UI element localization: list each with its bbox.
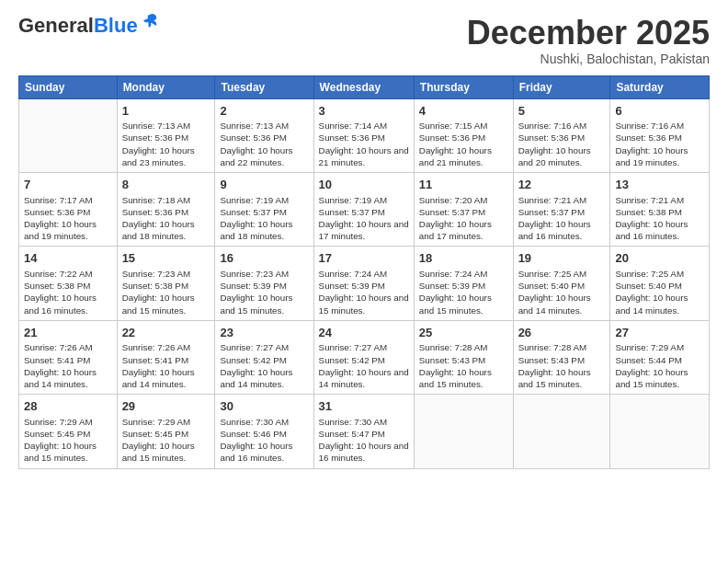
calendar-cell: 27Sunrise: 7:29 AM Sunset: 5:44 PM Dayli… <box>610 320 710 394</box>
day-info: Sunrise: 7:16 AM Sunset: 5:36 PM Dayligh… <box>518 120 606 168</box>
day-number: 8 <box>122 177 210 193</box>
day-info: Sunrise: 7:26 AM Sunset: 5:41 PM Dayligh… <box>24 341 112 390</box>
day-number: 12 <box>518 177 606 193</box>
calendar-cell: 13Sunrise: 7:21 AM Sunset: 5:38 PM Dayli… <box>610 173 710 247</box>
calendar-cell: 10Sunrise: 7:19 AM Sunset: 5:37 PM Dayli… <box>313 173 414 247</box>
calendar-table: Sunday Monday Tuesday Wednesday Thursday… <box>18 75 710 469</box>
day-info: Sunrise: 7:24 AM Sunset: 5:39 PM Dayligh… <box>419 268 508 316</box>
col-thursday: Thursday <box>414 75 513 98</box>
calendar-cell: 22Sunrise: 7:26 AM Sunset: 5:41 PM Dayli… <box>117 320 215 394</box>
calendar-header-row: Sunday Monday Tuesday Wednesday Thursday… <box>19 75 710 98</box>
calendar-cell: 28Sunrise: 7:29 AM Sunset: 5:45 PM Dayli… <box>19 395 118 468</box>
calendar-cell: 12Sunrise: 7:21 AM Sunset: 5:37 PM Dayli… <box>513 173 610 247</box>
day-number: 14 <box>24 250 112 267</box>
day-number: 19 <box>518 250 606 267</box>
day-number: 20 <box>615 250 704 267</box>
day-info: Sunrise: 7:16 AM Sunset: 5:36 PM Dayligh… <box>615 120 704 168</box>
col-friday: Friday <box>513 75 610 98</box>
day-number: 3 <box>319 103 409 120</box>
day-info: Sunrise: 7:14 AM Sunset: 5:36 PM Dayligh… <box>319 120 409 168</box>
calendar-cell: 18Sunrise: 7:24 AM Sunset: 5:39 PM Dayli… <box>414 247 513 320</box>
day-number: 21 <box>24 325 112 341</box>
logo-bird-icon <box>140 12 160 32</box>
calendar-cell: 9Sunrise: 7:19 AM Sunset: 5:37 PM Daylig… <box>215 173 313 247</box>
col-saturday: Saturday <box>610 75 710 98</box>
logo-general: GeneralBlue <box>18 15 138 37</box>
day-number: 13 <box>615 177 704 193</box>
day-number: 29 <box>122 398 210 415</box>
calendar-cell: 2Sunrise: 7:13 AM Sunset: 5:36 PM Daylig… <box>215 98 313 172</box>
calendar-cell: 7Sunrise: 7:17 AM Sunset: 5:36 PM Daylig… <box>19 173 118 247</box>
day-info: Sunrise: 7:22 AM Sunset: 5:38 PM Dayligh… <box>24 268 112 316</box>
day-number: 31 <box>319 398 409 415</box>
calendar-cell <box>19 98 118 172</box>
day-number: 9 <box>220 177 308 193</box>
calendar-row-2: 14Sunrise: 7:22 AM Sunset: 5:38 PM Dayli… <box>19 247 710 320</box>
day-info: Sunrise: 7:30 AM Sunset: 5:47 PM Dayligh… <box>319 416 409 465</box>
day-info: Sunrise: 7:13 AM Sunset: 5:36 PM Dayligh… <box>220 120 308 168</box>
day-number: 22 <box>122 325 210 341</box>
day-info: Sunrise: 7:15 AM Sunset: 5:36 PM Dayligh… <box>419 120 508 168</box>
day-info: Sunrise: 7:30 AM Sunset: 5:46 PM Dayligh… <box>220 416 308 465</box>
day-number: 15 <box>122 250 210 267</box>
calendar-row-0: 1Sunrise: 7:13 AM Sunset: 5:36 PM Daylig… <box>19 98 710 172</box>
col-sunday: Sunday <box>19 75 118 98</box>
day-info: Sunrise: 7:23 AM Sunset: 5:39 PM Dayligh… <box>220 268 308 316</box>
day-number: 2 <box>220 103 308 120</box>
day-info: Sunrise: 7:21 AM Sunset: 5:37 PM Dayligh… <box>518 194 606 243</box>
day-number: 5 <box>518 103 606 120</box>
calendar-cell: 14Sunrise: 7:22 AM Sunset: 5:38 PM Dayli… <box>19 247 118 320</box>
col-wednesday: Wednesday <box>313 75 414 98</box>
calendar-row-3: 21Sunrise: 7:26 AM Sunset: 5:41 PM Dayli… <box>19 320 710 394</box>
day-info: Sunrise: 7:25 AM Sunset: 5:40 PM Dayligh… <box>615 268 704 316</box>
day-info: Sunrise: 7:21 AM Sunset: 5:38 PM Dayligh… <box>615 194 704 243</box>
day-number: 4 <box>419 103 508 120</box>
day-info: Sunrise: 7:17 AM Sunset: 5:36 PM Dayligh… <box>24 194 112 243</box>
logo-general-text: General <box>18 14 94 37</box>
day-number: 16 <box>220 250 308 267</box>
day-info: Sunrise: 7:19 AM Sunset: 5:37 PM Dayligh… <box>220 194 308 243</box>
day-info: Sunrise: 7:28 AM Sunset: 5:43 PM Dayligh… <box>518 341 606 390</box>
day-info: Sunrise: 7:23 AM Sunset: 5:38 PM Dayligh… <box>122 268 210 316</box>
calendar-cell: 3Sunrise: 7:14 AM Sunset: 5:36 PM Daylig… <box>313 98 414 172</box>
calendar-cell: 11Sunrise: 7:20 AM Sunset: 5:37 PM Dayli… <box>414 173 513 247</box>
day-info: Sunrise: 7:13 AM Sunset: 5:36 PM Dayligh… <box>122 120 210 168</box>
logo: GeneralBlue <box>18 15 160 37</box>
day-number: 26 <box>518 325 606 341</box>
day-info: Sunrise: 7:29 AM Sunset: 5:45 PM Dayligh… <box>122 416 210 465</box>
day-info: Sunrise: 7:25 AM Sunset: 5:40 PM Dayligh… <box>518 268 606 316</box>
day-info: Sunrise: 7:29 AM Sunset: 5:45 PM Dayligh… <box>24 416 112 465</box>
day-number: 25 <box>419 325 508 341</box>
calendar-cell: 29Sunrise: 7:29 AM Sunset: 5:45 PM Dayli… <box>117 395 215 468</box>
calendar-cell: 6Sunrise: 7:16 AM Sunset: 5:36 PM Daylig… <box>610 98 710 172</box>
calendar-cell: 1Sunrise: 7:13 AM Sunset: 5:36 PM Daylig… <box>117 98 215 172</box>
calendar-cell: 26Sunrise: 7:28 AM Sunset: 5:43 PM Dayli… <box>513 320 610 394</box>
day-number: 27 <box>615 325 704 341</box>
calendar-cell <box>414 395 513 468</box>
calendar-cell: 16Sunrise: 7:23 AM Sunset: 5:39 PM Dayli… <box>215 247 313 320</box>
day-info: Sunrise: 7:28 AM Sunset: 5:43 PM Dayligh… <box>419 341 508 390</box>
calendar-cell: 23Sunrise: 7:27 AM Sunset: 5:42 PM Dayli… <box>215 320 313 394</box>
calendar-cell: 15Sunrise: 7:23 AM Sunset: 5:38 PM Dayli… <box>117 247 215 320</box>
calendar-cell: 4Sunrise: 7:15 AM Sunset: 5:36 PM Daylig… <box>414 98 513 172</box>
calendar-cell: 19Sunrise: 7:25 AM Sunset: 5:40 PM Dayli… <box>513 247 610 320</box>
day-number: 24 <box>319 325 409 341</box>
day-number: 30 <box>220 398 308 415</box>
calendar-cell: 30Sunrise: 7:30 AM Sunset: 5:46 PM Dayli… <box>215 395 313 468</box>
day-info: Sunrise: 7:20 AM Sunset: 5:37 PM Dayligh… <box>419 194 508 243</box>
calendar-cell: 20Sunrise: 7:25 AM Sunset: 5:40 PM Dayli… <box>610 247 710 320</box>
calendar-cell: 17Sunrise: 7:24 AM Sunset: 5:39 PM Dayli… <box>313 247 414 320</box>
day-info: Sunrise: 7:19 AM Sunset: 5:37 PM Dayligh… <box>319 194 409 243</box>
title-block: December 2025 Nushki, Balochistan, Pakis… <box>467 15 710 66</box>
header: GeneralBlue December 2025 Nushki, Baloch… <box>18 15 710 66</box>
day-info: Sunrise: 7:27 AM Sunset: 5:42 PM Dayligh… <box>220 341 308 390</box>
day-number: 17 <box>319 250 409 267</box>
day-number: 18 <box>419 250 508 267</box>
calendar-cell: 31Sunrise: 7:30 AM Sunset: 5:47 PM Dayli… <box>313 395 414 468</box>
day-info: Sunrise: 7:18 AM Sunset: 5:36 PM Dayligh… <box>122 194 210 243</box>
col-tuesday: Tuesday <box>215 75 313 98</box>
calendar-cell <box>610 395 710 468</box>
page-container: GeneralBlue December 2025 Nushki, Baloch… <box>0 0 728 478</box>
day-number: 23 <box>220 325 308 341</box>
calendar-cell: 24Sunrise: 7:27 AM Sunset: 5:42 PM Dayli… <box>313 320 414 394</box>
